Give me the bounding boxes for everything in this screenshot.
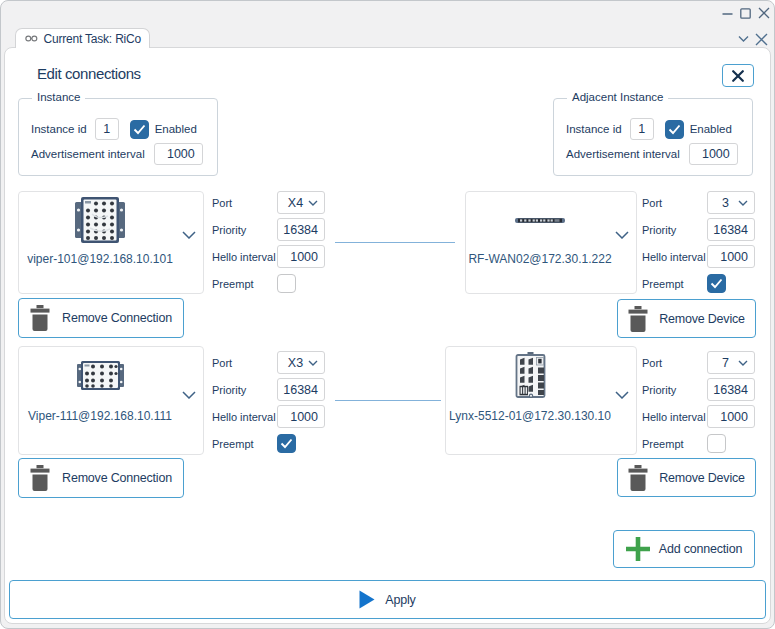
expand-device-chevron-icon[interactable] bbox=[615, 391, 629, 399]
hello-interval-input[interactable]: 1000 bbox=[277, 405, 325, 428]
form-row: Hello interval 1000 bbox=[212, 405, 330, 428]
hello-interval-input[interactable]: 1000 bbox=[707, 245, 755, 268]
adjacent-instance-id-input[interactable]: 1 bbox=[630, 118, 654, 140]
hello-interval-input[interactable]: 1000 bbox=[277, 245, 325, 268]
port-select[interactable]: 7 bbox=[707, 351, 755, 374]
chevron-down-icon bbox=[308, 360, 318, 366]
expand-device-chevron-icon[interactable] bbox=[182, 391, 196, 399]
page-title: Edit connections bbox=[37, 65, 141, 82]
remove-device-button[interactable]: Remove Device bbox=[617, 299, 756, 338]
form-row: Hello interval 1000 bbox=[212, 245, 330, 268]
port-value: X3 bbox=[283, 356, 308, 370]
form-row: Priority 16384 bbox=[212, 378, 330, 401]
device-card-viper-111[interactable]: Viper-111@192.168.10.111 bbox=[18, 346, 204, 455]
port-label: Port bbox=[212, 357, 277, 369]
adjacent-advertisement-interval-input[interactable]: 1000 bbox=[689, 143, 738, 165]
plus-icon bbox=[626, 537, 650, 561]
app-window: Current Task: RiCo Edit connections Inst… bbox=[0, 0, 775, 629]
form-row: Port X4 bbox=[212, 191, 330, 214]
device-name: RF-WAN02@172.30.1.222 bbox=[466, 252, 614, 266]
instance-group: Instance Instance id 1 Enabled Advertise… bbox=[18, 98, 218, 176]
device-image-zone bbox=[446, 352, 614, 398]
close-tab-button[interactable] bbox=[754, 31, 769, 47]
preempt-checkbox[interactable] bbox=[277, 274, 296, 293]
adjacent-enabled-checkbox[interactable] bbox=[665, 120, 684, 139]
device-card-viper-101[interactable]: viper-101@192.168.10.101 bbox=[18, 191, 204, 294]
port-value: X4 bbox=[283, 196, 308, 210]
instance-id-input[interactable]: 1 bbox=[95, 118, 119, 140]
expand-device-chevron-icon[interactable] bbox=[615, 231, 629, 239]
minimize-button[interactable] bbox=[720, 5, 735, 21]
preempt-checkbox[interactable] bbox=[707, 274, 726, 293]
priority-label: Priority bbox=[642, 384, 707, 396]
link-icon bbox=[25, 34, 38, 43]
device-card-rf-wan02[interactable]: RF-WAN02@172.30.1.222 bbox=[465, 191, 637, 294]
apply-button[interactable]: Apply bbox=[9, 580, 766, 619]
device-name: Lynx-5512-01@172.30.130.10 bbox=[446, 409, 614, 423]
window-controls bbox=[720, 5, 771, 21]
maximize-button[interactable] bbox=[738, 5, 753, 21]
port-select[interactable]: X3 bbox=[277, 351, 325, 374]
adjacent-enabled-label: Enabled bbox=[690, 123, 732, 135]
preempt-label: Preempt bbox=[642, 438, 707, 450]
form-row: Advertisement interval 1000 bbox=[31, 143, 203, 165]
tab-current-task[interactable]: Current Task: RiCo bbox=[15, 28, 150, 48]
form-row: Preempt bbox=[642, 432, 760, 455]
device-name: viper-101@192.168.10.101 bbox=[19, 252, 181, 266]
form-row: Port 7 bbox=[642, 351, 760, 374]
preempt-label: Preempt bbox=[212, 278, 277, 290]
chevron-down-icon bbox=[308, 200, 318, 206]
tab-label: Current Task: RiCo bbox=[43, 32, 141, 46]
close-window-button[interactable] bbox=[756, 5, 771, 21]
preempt-checkbox[interactable] bbox=[277, 434, 296, 453]
form-row: Preempt bbox=[212, 432, 330, 455]
remove-connection-button[interactable]: Remove Connection bbox=[18, 298, 184, 338]
priority-input[interactable]: 16384 bbox=[277, 378, 325, 401]
form-row: Hello interval 1000 bbox=[642, 405, 760, 428]
remove-connection-label: Remove Connection bbox=[62, 311, 172, 325]
minimize-icon bbox=[722, 8, 733, 19]
tab-list-dropdown-button[interactable] bbox=[736, 31, 751, 47]
preempt-checkbox[interactable] bbox=[707, 434, 726, 453]
hello-interval-input[interactable]: 1000 bbox=[707, 405, 755, 428]
port-select[interactable]: X4 bbox=[277, 191, 325, 214]
advertisement-interval-input[interactable]: 1000 bbox=[154, 143, 203, 165]
expand-device-chevron-icon[interactable] bbox=[182, 231, 196, 239]
form-row: Priority 16384 bbox=[212, 218, 330, 241]
form-row: Advertisement interval 1000 bbox=[566, 143, 738, 165]
connection-line bbox=[335, 400, 441, 401]
device-image-viper-111 bbox=[77, 361, 124, 390]
preempt-label: Preempt bbox=[642, 278, 707, 290]
remove-device-button[interactable]: Remove Device bbox=[617, 458, 756, 497]
form-row: Hello interval 1000 bbox=[642, 245, 760, 268]
chevron-down-icon bbox=[738, 35, 749, 43]
close-panel-button[interactable] bbox=[722, 64, 754, 87]
hello-interval-label: Hello interval bbox=[212, 251, 277, 263]
priority-label: Priority bbox=[212, 384, 277, 396]
device-card-lynx-5512[interactable]: Lynx-5512-01@172.30.130.10 bbox=[445, 346, 637, 455]
adjacent-instance-group: Adjacent Instance Instance id 1 Enabled … bbox=[553, 98, 753, 176]
remove-device-label: Remove Device bbox=[659, 312, 745, 326]
priority-input[interactable]: 16384 bbox=[707, 378, 755, 401]
maximize-icon bbox=[740, 8, 751, 19]
priority-input[interactable]: 16384 bbox=[277, 218, 325, 241]
instance-id-label: Instance id bbox=[31, 123, 87, 135]
enabled-checkbox[interactable] bbox=[130, 120, 149, 139]
trash-icon bbox=[628, 465, 648, 491]
add-connection-button[interactable]: Add connection bbox=[613, 530, 755, 568]
check-icon bbox=[280, 438, 293, 449]
connection-settings-right: Port 7 Priority 16384 Hello interval 100… bbox=[642, 351, 760, 459]
connection-settings-left: Port X3 Priority 16384 Hello interval 10… bbox=[212, 351, 330, 459]
priority-input[interactable]: 16384 bbox=[707, 218, 755, 241]
remove-device-label: Remove Device bbox=[659, 471, 745, 485]
check-icon bbox=[668, 124, 681, 135]
form-row: Instance id 1 Enabled bbox=[566, 118, 732, 140]
port-select[interactable]: 3 bbox=[707, 191, 755, 214]
hello-interval-label: Hello interval bbox=[212, 411, 277, 423]
edit-connections-panel: Edit connections Instance Instance id 1 … bbox=[4, 47, 771, 624]
remove-connection-button[interactable]: Remove Connection bbox=[18, 458, 184, 498]
form-row: Port 3 bbox=[642, 191, 760, 214]
trash-icon bbox=[30, 465, 50, 491]
close-window-icon bbox=[758, 7, 770, 19]
port-label: Port bbox=[642, 197, 707, 209]
